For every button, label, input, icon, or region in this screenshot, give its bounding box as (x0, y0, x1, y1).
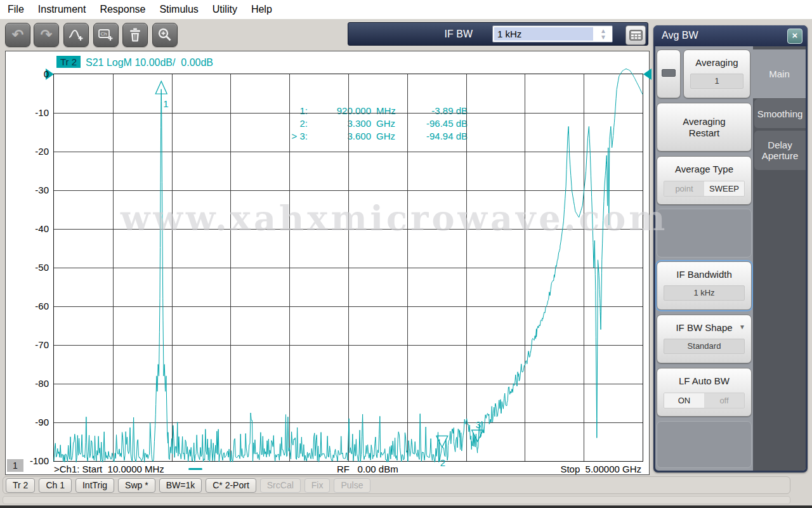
average-type-label: Average Type (657, 164, 751, 175)
y-tick--60: -60 (10, 301, 49, 312)
average-type-toggle: pointSWEEP (664, 181, 745, 197)
blank-button-4 (657, 209, 752, 257)
menu-response[interactable]: Response (100, 4, 145, 15)
gridlines (54, 74, 643, 461)
avg-bw-panel-title: Avg BW (662, 30, 698, 41)
if-bw-shape-label: IF BW Shape (657, 322, 751, 334)
averaging-label: Averaging (684, 57, 750, 68)
avg-bw-panel-body: MainSmoothingDelay Aperture Averaging1Av… (655, 46, 806, 471)
averaging-button[interactable]: Averaging1 (683, 49, 750, 98)
redo-icon: ↷ (41, 28, 52, 42)
average-type-button[interactable]: Average TypepointSWEEP (657, 156, 752, 205)
status-pulse[interactable]: Pulse (334, 478, 370, 493)
if-bandwidth-button[interactable]: IF Bandwidth1 kHz (657, 261, 752, 310)
average-type-option-point[interactable]: point (664, 181, 704, 196)
window-bottom-edge (0, 505, 812, 508)
if-bw-shape-button[interactable]: IF BW Shape▼Standard (657, 315, 752, 363)
if-bw-shape-value: Standard (664, 339, 745, 354)
marker-1-number: 1 (163, 98, 168, 109)
marker-3-number: 3 (476, 419, 481, 430)
rf-power-label: RF 0.00 dBm (337, 464, 398, 474)
status-inttrig[interactable]: IntTrig (75, 478, 114, 493)
svg-text:Ch: Ch (101, 31, 107, 37)
keypad-icon (629, 30, 643, 41)
y-tick--80: -80 (10, 378, 49, 389)
add-trace-button[interactable] (63, 23, 89, 47)
undo-button[interactable]: ↶ (5, 23, 30, 47)
status-tr-2[interactable]: Tr 2 (6, 478, 35, 493)
marker-1[interactable]: 1 (155, 81, 168, 109)
if-bw-value: 1 kHz (494, 29, 521, 39)
menu-utility[interactable]: Utility (213, 4, 237, 15)
stimulus-status-line: >Ch1: Start 10.0000 MHz RF 0.00 dBm Stop… (54, 464, 643, 475)
menu-help[interactable]: Help (251, 4, 272, 15)
status-fix[interactable]: Fix (304, 478, 331, 493)
redo-button[interactable]: ↷ (34, 23, 59, 47)
menu-file[interactable]: File (8, 4, 24, 15)
tab-smoothing[interactable]: Smoothing (754, 99, 806, 128)
trace-plot[interactable]: 123 (54, 74, 643, 461)
status-bar: Tr 2Ch 1IntTrigSwp *BW=1kC* 2-PortSrcCal… (3, 476, 790, 494)
average-type-option-sweep[interactable]: SWEEP (704, 181, 744, 196)
status-swp[interactable]: Swp * (118, 478, 155, 493)
zoom-button[interactable] (152, 23, 178, 47)
if-bw-spinner[interactable]: ▲ ▼ (596, 27, 610, 41)
tab-delay-aperture[interactable]: Delay Aperture (754, 131, 806, 170)
status-srccal[interactable]: SrcCal (260, 478, 301, 493)
add-channel-icon: Ch (98, 27, 114, 42)
status-c-2-port[interactable]: C* 2-Port (206, 478, 256, 493)
tab-main[interactable]: Main (753, 49, 806, 98)
y-tick--90: -90 (10, 417, 49, 428)
marker-2-number: 2 (440, 457, 445, 468)
if-bw-selection: 1 kHz (494, 27, 593, 41)
ref-level-marker-right-icon (643, 68, 652, 80)
avg-bw-panel: Avg BW × MainSmoothingDelay Aperture Ave… (653, 25, 808, 472)
keypad-button[interactable] (625, 25, 646, 45)
averaging-restart-label: Averaging Restart (657, 116, 751, 139)
spinner-up-icon[interactable]: ▲ (600, 28, 606, 34)
lf-auto-bw-toggle: ONoff (664, 393, 745, 408)
averaging-toggle-button[interactable] (657, 49, 681, 98)
add-channel-button[interactable]: Ch (93, 23, 119, 47)
blank-button-8 (657, 421, 752, 468)
averaging-led-icon (662, 69, 676, 77)
panel-tabs: MainSmoothingDelay Aperture (753, 46, 806, 471)
y-tick--70: -70 (10, 339, 49, 351)
undo-icon: ↶ (12, 28, 23, 42)
lf-auto-bw-button[interactable]: LF Auto BWONoff (657, 368, 752, 417)
if-bandwidth-label: IF Bandwidth (657, 269, 751, 280)
status-ch-1[interactable]: Ch 1 (39, 478, 72, 493)
if-bw-label: IF BW (431, 29, 473, 40)
menu-instrument[interactable]: Instrument (38, 4, 86, 15)
close-panel-button[interactable]: × (787, 29, 802, 44)
y-tick--10: -10 (10, 107, 49, 119)
status-bw-1k[interactable]: BW=1k (159, 478, 202, 493)
y-tick-0: 0 (10, 68, 49, 80)
if-bw-input[interactable]: 1 kHz ▲ ▼ (492, 25, 613, 42)
status-strip (3, 496, 790, 504)
if-bandwidth-value: 1 kHz (664, 285, 745, 301)
menu-stimulus[interactable]: Stimulus (159, 4, 198, 15)
stop-frequency-label: Stop 5.00000 GHz (560, 464, 641, 474)
trace-format-title: S21 LogM 10.00dB/ 0.00dB (86, 57, 213, 68)
channel-number-badge[interactable]: 1 (7, 459, 23, 472)
averaging-restart-button[interactable]: Averaging Restart (657, 103, 752, 152)
start-frequency-label: >Ch1: Start 10.0000 MHz (54, 464, 164, 474)
spinner-down-icon[interactable]: ▼ (600, 34, 606, 41)
y-tick--50: -50 (10, 262, 49, 273)
lf-auto-bw-option-off[interactable]: off (704, 393, 744, 408)
measurement-display: Tr 2 S21 LogM 10.00dB/ 0.00dB 0-10-20-30… (5, 51, 650, 475)
trace-label-badge[interactable]: Tr 2 (56, 56, 81, 68)
avg-bw-panel-titlebar: Avg BW × (653, 25, 808, 46)
menu-bar: FileInstrumentResponseStimulusUtilityHel… (0, 0, 812, 19)
vna-application-window: FileInstrumentResponseStimulusUtilityHel… (0, 0, 812, 508)
if-bw-toolbar: IF BW 1 kHz ▲ ▼ (348, 22, 648, 46)
y-tick--20: -20 (10, 146, 49, 157)
averaging-value: 1 (690, 74, 743, 89)
lf-auto-bw-option-on[interactable]: ON (664, 393, 704, 408)
y-tick--40: -40 (10, 223, 49, 235)
zoom-icon (157, 27, 173, 42)
add-trace-icon (68, 27, 84, 42)
delete-trace-button[interactable] (122, 23, 148, 47)
trace-color-legend-dash (188, 468, 202, 470)
